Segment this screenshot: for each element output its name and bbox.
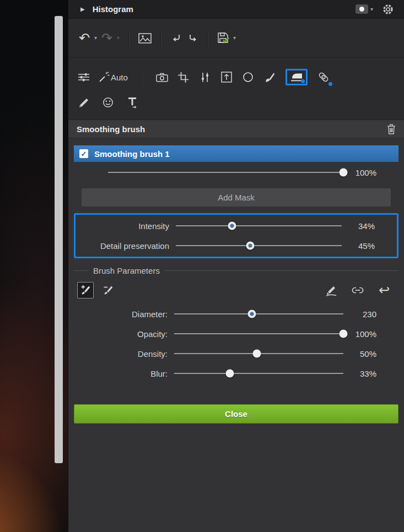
divider-line [165, 270, 398, 271]
checkmark-icon: ✓ [81, 150, 87, 158]
crop-icon[interactable] [177, 69, 190, 85]
density-value: 50% [348, 349, 376, 359]
auto-wand-icon[interactable]: Auto [99, 69, 128, 85]
save-icon[interactable] [217, 30, 229, 46]
delete-trash-icon[interactable] [387, 124, 396, 134]
add-mask-button[interactable]: Add Mask [82, 188, 391, 207]
preview-mode-icon[interactable] [355, 4, 368, 14]
close-button[interactable]: Close [74, 404, 398, 424]
redo-dropdown-icon[interactable]: ▾ [117, 35, 120, 41]
layer-opacity-row: 100% [74, 162, 398, 183]
paintbrush-icon[interactable] [263, 69, 276, 85]
diameter-slider[interactable] [174, 308, 343, 319]
link-icon[interactable] [351, 282, 364, 298]
brush-parameters-title: Brush Parameters [93, 266, 160, 275]
settings-gear-icon[interactable] [382, 3, 394, 15]
opacity-label: Opacity: [74, 329, 168, 339]
diameter-value: 230 [348, 310, 376, 319]
side-panel: ▶ Histogram ▾ ↶ ▾ ↷ ▾ [68, 0, 404, 532]
separator [128, 30, 130, 46]
levels-icon[interactable] [198, 69, 212, 85]
smoothing-brush-tool-active[interactable] [286, 69, 308, 85]
section-title: Smoothing brush [77, 124, 387, 134]
separator [207, 30, 208, 46]
slider-handle[interactable] [340, 169, 348, 177]
detail-preservation-row: Detail preservation 45% [76, 236, 397, 256]
tools-row-2 [68, 91, 404, 120]
opacity-row: Opacity: 100% [74, 324, 398, 344]
panel-title: Histogram [93, 4, 355, 14]
slider-handle[interactable] [228, 222, 236, 230]
add-brush-strokes-button[interactable] [77, 282, 94, 298]
intensity-row: Intensity 34% [76, 216, 397, 236]
panel-content: ✓ Smoothing brush 1 100% Add Mask Intens… [68, 145, 404, 424]
toolbar-block: ↶ ▾ ↷ ▾ [68, 19, 404, 120]
save-dropdown-icon[interactable]: ▾ [233, 35, 236, 41]
rotate-right-icon[interactable] [186, 30, 198, 46]
intensity-label: Intensity [76, 221, 169, 231]
undo-dropdown-icon[interactable]: ▾ [94, 35, 97, 41]
collapse-arrow-icon[interactable]: ▶ [80, 6, 85, 12]
reset-arrow-icon[interactable]: ↩ [378, 282, 391, 298]
layer-name: Smoothing brush 1 [94, 149, 170, 159]
slider-handle[interactable] [226, 370, 234, 378]
text-tool-icon[interactable] [126, 94, 139, 111]
redo-icon[interactable]: ↷ [101, 30, 113, 46]
healing-bandaid-icon[interactable] [317, 69, 330, 85]
history-toolbar: ↶ ▾ ↷ ▾ [68, 19, 404, 58]
histogram-header: ▶ Histogram ▾ [68, 0, 404, 19]
blur-slider[interactable] [174, 368, 343, 379]
remove-brush-strokes-icon [103, 285, 114, 296]
brush-layer-row[interactable]: ✓ Smoothing brush 1 [74, 145, 398, 162]
slider-handle[interactable] [253, 350, 261, 358]
pen-tool-icon[interactable] [77, 94, 90, 111]
blur-label: Blur: [74, 369, 168, 378]
healing-adjustment-badge [328, 82, 332, 86]
preview-dropdown-icon[interactable]: ▾ [370, 7, 373, 12]
density-row: Density: 50% [74, 344, 398, 363]
remove-brush-strokes-button[interactable] [101, 282, 115, 298]
density-label: Density: [74, 349, 168, 359]
brush-mode-toolbar: ↩ [74, 281, 398, 300]
brush-parameter-sliders: Diameter: 230 Opacity: 100% Density: [74, 304, 398, 383]
diameter-row: Diameter: 230 [74, 304, 398, 324]
circle-overlay-icon[interactable] [241, 69, 255, 85]
auto-label[interactable]: Auto [111, 73, 128, 82]
opacity-slider[interactable] [174, 328, 343, 339]
adjustments-sliders-icon[interactable] [77, 69, 90, 85]
layer-opacity-value: 100% [348, 168, 376, 177]
blur-value: 33% [348, 369, 376, 378]
export-frame-icon[interactable] [220, 69, 233, 85]
detail-preservation-slider[interactable] [176, 240, 342, 251]
opacity-value: 100% [348, 329, 376, 339]
detail-preservation-value: 45% [346, 241, 375, 251]
active-adjustment-badge [301, 79, 305, 83]
tool-section-header: Smoothing brush [68, 120, 404, 138]
separator [141, 69, 142, 85]
density-slider[interactable] [174, 348, 343, 359]
blur-row: Blur: 33% [74, 363, 398, 383]
layer-opacity-slider[interactable] [108, 167, 343, 178]
draw-stroke-icon[interactable] [325, 282, 338, 298]
divider-line [74, 270, 88, 271]
camera-icon[interactable] [155, 69, 169, 85]
app-window: ▶ Histogram ▾ ↶ ▾ ↷ ▾ [0, 0, 404, 532]
diameter-label: Diameter: [74, 310, 168, 319]
intensity-value: 34% [346, 221, 375, 231]
vertical-scrollbar-thumb[interactable] [55, 16, 63, 463]
detail-preservation-label: Detail preservation [76, 241, 169, 251]
slider-handle[interactable] [246, 242, 255, 250]
highlighted-adjustments-box: Intensity 34% Detail preservation 45% [74, 213, 398, 258]
face-mask-icon[interactable] [101, 94, 115, 111]
separator [160, 30, 161, 46]
tools-row: Auto [68, 58, 404, 91]
slider-handle[interactable] [248, 310, 256, 318]
add-brush-strokes-icon [80, 285, 91, 296]
slider-handle[interactable] [340, 330, 348, 338]
brush-parameters-header: Brush Parameters [74, 266, 398, 275]
undo-icon[interactable]: ↶ [78, 30, 90, 46]
rotate-left-icon[interactable] [170, 30, 182, 46]
layer-visibility-checkbox[interactable]: ✓ [79, 149, 88, 158]
image-preview-icon[interactable] [138, 30, 152, 46]
intensity-slider[interactable] [176, 220, 342, 231]
